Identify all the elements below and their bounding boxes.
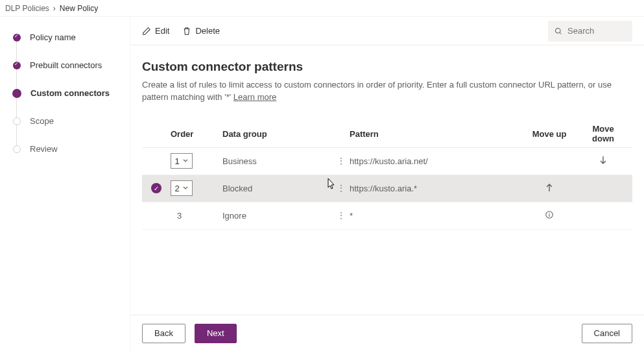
search-input[interactable] bbox=[567, 26, 626, 36]
table-row[interactable]: 2 Blocked ⋮ https://kusto.aria.* bbox=[142, 175, 632, 202]
step-review[interactable]: Review bbox=[13, 144, 130, 154]
col-move-down[interactable]: Move down bbox=[580, 124, 626, 143]
row-menu-button[interactable]: ⋮ bbox=[333, 210, 350, 221]
step-label: Prebuilt connectors bbox=[30, 60, 102, 70]
breadcrumb-current: New Policy bbox=[60, 4, 98, 13]
next-button[interactable]: Next bbox=[195, 324, 237, 343]
table-header: Order Data group Pattern Move up Move do… bbox=[142, 121, 632, 148]
step-todo-icon bbox=[13, 117, 21, 125]
footer: Back Next Cancel bbox=[130, 315, 644, 351]
row-menu-button[interactable]: ⋮ bbox=[333, 183, 350, 193]
chevron-right-icon: › bbox=[53, 4, 56, 13]
col-order[interactable]: Order bbox=[171, 129, 222, 139]
cancel-button[interactable]: Cancel bbox=[582, 324, 632, 343]
edit-label: Edit bbox=[155, 26, 169, 36]
info-icon bbox=[545, 210, 554, 219]
toolbar: Edit Delete bbox=[130, 17, 644, 45]
col-pattern[interactable]: Pattern bbox=[350, 129, 518, 139]
step-label: Policy name bbox=[30, 32, 76, 42]
info-icon-cell[interactable] bbox=[518, 210, 580, 221]
check-circle-icon bbox=[151, 183, 161, 193]
patterns-table: Order Data group Pattern Move up Move do… bbox=[142, 121, 632, 230]
order-dropdown[interactable]: 2 bbox=[171, 180, 193, 196]
search-icon bbox=[555, 27, 562, 36]
page-title: Custom connector patterns bbox=[142, 60, 632, 74]
cell-data-group: Ignore bbox=[222, 211, 333, 221]
step-policy-name[interactable]: Policy name bbox=[13, 32, 130, 42]
chevron-down-icon bbox=[182, 185, 189, 191]
breadcrumb: DLP Policies › New Policy bbox=[0, 0, 644, 17]
step-prebuilt-connectors[interactable]: Prebuilt connectors bbox=[13, 60, 130, 70]
learn-more-link[interactable]: Learn more bbox=[233, 92, 276, 102]
step-scope[interactable]: Scope bbox=[13, 116, 130, 126]
delete-label: Delete bbox=[195, 26, 220, 36]
delete-icon bbox=[182, 27, 191, 36]
step-label: Scope bbox=[30, 116, 54, 126]
cell-pattern: https://kusto.aria.* bbox=[350, 184, 518, 193]
row-select-cell[interactable] bbox=[142, 183, 171, 193]
move-down-button[interactable] bbox=[580, 155, 626, 167]
chevron-down-icon bbox=[182, 158, 189, 164]
cell-data-group: Blocked bbox=[222, 184, 333, 193]
cell-data-group: Business bbox=[222, 156, 333, 166]
search-box[interactable] bbox=[548, 21, 632, 42]
move-up-button[interactable] bbox=[518, 182, 580, 195]
table-row[interactable]: 3 Ignore ⋮ * bbox=[142, 202, 632, 230]
col-move-up[interactable]: Move up bbox=[518, 129, 580, 139]
row-menu-button[interactable]: ⋮ bbox=[333, 156, 350, 166]
step-label: Review bbox=[30, 144, 58, 154]
step-done-icon bbox=[13, 34, 21, 42]
cell-pattern: * bbox=[350, 211, 518, 221]
step-label: Custom connectors bbox=[30, 88, 110, 98]
arrow-up-icon bbox=[544, 182, 555, 193]
step-todo-icon bbox=[13, 145, 21, 153]
back-button[interactable]: Back bbox=[142, 324, 185, 343]
edit-icon bbox=[142, 27, 151, 36]
step-custom-connectors[interactable]: Custom connectors bbox=[13, 88, 130, 98]
arrow-down-icon bbox=[598, 155, 608, 165]
table-row[interactable]: 1 Business ⋮ https://kusto.aria.net/ bbox=[142, 148, 632, 175]
step-active-icon bbox=[12, 89, 21, 98]
edit-button[interactable]: Edit bbox=[142, 26, 169, 36]
cell-pattern: https://kusto.aria.net/ bbox=[350, 156, 518, 166]
cell-order: 3 bbox=[171, 211, 222, 221]
step-done-icon bbox=[13, 62, 21, 69]
svg-point-0 bbox=[556, 28, 561, 33]
col-data-group[interactable]: Data group bbox=[222, 129, 333, 139]
breadcrumb-parent[interactable]: DLP Policies bbox=[5, 4, 49, 13]
order-dropdown[interactable]: 1 bbox=[171, 153, 193, 169]
delete-button[interactable]: Delete bbox=[182, 26, 220, 36]
wizard-sidebar: Policy name Prebuilt connectors Custom c… bbox=[0, 17, 130, 351]
page-description: Create a list of rules to limit access t… bbox=[142, 79, 615, 104]
